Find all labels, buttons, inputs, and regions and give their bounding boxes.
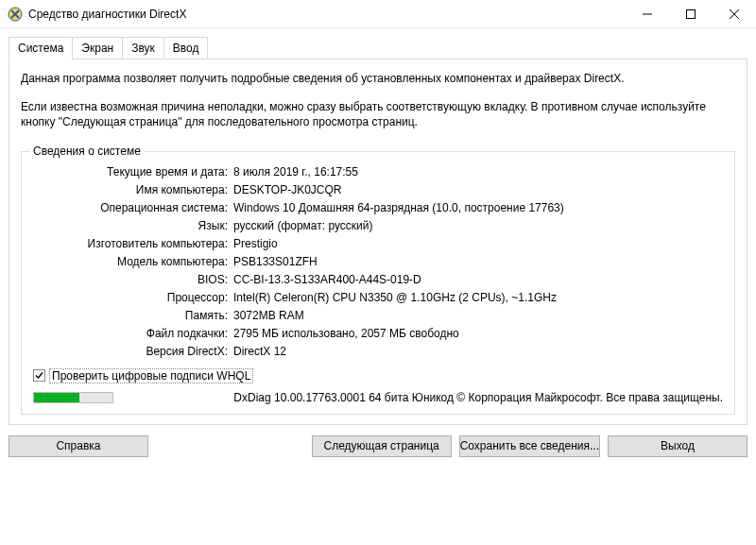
next-page-button[interactable]: Следующая страница (312, 435, 452, 457)
info-label: Изготовитель компьютера: (33, 235, 233, 253)
whql-check-row: Проверить цифровые подписи WHQL (33, 368, 723, 383)
info-row-os: Операционная система: Windows 10 Домашня… (33, 199, 723, 217)
exit-button[interactable]: Выход (608, 435, 747, 457)
info-value: Prestigio (233, 235, 723, 253)
intro-p1: Данная программа позволяет получить подр… (21, 71, 735, 86)
info-value: 3072MB RAM (233, 307, 723, 325)
intro-p2: Если известна возможная причина неполадк… (21, 99, 735, 129)
info-value: DirectX 12 (233, 343, 723, 361)
info-row-model: Модель компьютера: PSB133S01ZFH (33, 253, 723, 271)
tab-input[interactable]: Ввод (163, 37, 209, 60)
info-label: Файл подкачки: (33, 325, 233, 343)
progress-bar (33, 392, 113, 403)
save-all-button[interactable]: Сохранить все сведения... (459, 435, 600, 457)
maximize-button[interactable] (669, 0, 713, 27)
tab-panel-system: Данная программа позволяет получить подр… (9, 59, 747, 425)
whql-label[interactable]: Проверить цифровые подписи WHQL (49, 368, 253, 383)
dxdiag-icon (8, 7, 23, 22)
info-value: PSB133S01ZFH (233, 253, 723, 271)
info-row-processor: Процессор: Intel(R) Celeron(R) CPU N3350… (33, 289, 723, 307)
footer-copyright: DxDiag 10.00.17763.0001 64 бита Юникод ©… (123, 391, 723, 404)
tab-bar: Система Экран Звук Ввод (9, 37, 747, 60)
button-row: Справка Следующая страница Сохранить все… (9, 435, 747, 457)
info-label: Память: (33, 307, 233, 325)
titlebar: Средство диагностики DirectX (0, 0, 756, 28)
info-value: 2795 МБ использовано, 2057 МБ свободно (233, 325, 723, 343)
window-title: Средство диагностики DirectX (28, 8, 626, 21)
intro-text: Данная программа позволяет получить подр… (21, 71, 735, 130)
info-row-manufacturer: Изготовитель компьютера: Prestigio (33, 235, 723, 253)
info-row-bios: BIOS: CC-BI-13.3-S133AR400-A44S-019-D (33, 271, 723, 289)
system-info-legend: Сведения о системе (29, 145, 145, 158)
info-label: Операционная система: (33, 199, 233, 217)
info-label: Язык: (33, 217, 233, 235)
whql-checkbox[interactable] (33, 369, 45, 382)
minimize-button[interactable] (626, 0, 669, 27)
info-row-memory: Память: 3072MB RAM (33, 307, 723, 325)
system-info-group: Сведения о системе Текущие время и дата:… (21, 151, 735, 415)
progress-fill (34, 393, 79, 402)
info-row-datetime: Текущие время и дата: 8 июля 2019 г., 16… (33, 163, 723, 181)
info-row-pagefile: Файл подкачки: 2795 МБ использовано, 205… (33, 325, 723, 343)
tab-system[interactable]: Система (9, 37, 73, 60)
svg-rect-2 (687, 9, 696, 18)
info-label: Модель компьютера: (33, 253, 233, 271)
info-value: Windows 10 Домашняя 64-разрядная (10.0, … (233, 199, 723, 217)
info-row-directx-version: Версия DirectX: DirectX 12 (33, 343, 723, 361)
info-label: Процессор: (33, 289, 233, 307)
info-value: DESKTOP-JK0JCQR (233, 181, 723, 199)
info-value: 8 июля 2019 г., 16:17:55 (233, 163, 723, 181)
help-button[interactable]: Справка (9, 435, 148, 457)
info-label: Имя компьютера: (33, 181, 233, 199)
info-value: CC-BI-13.3-S133AR400-A44S-019-D (233, 271, 723, 289)
tab-screen[interactable]: Экран (72, 37, 123, 60)
info-label: Текущие время и дата: (33, 163, 233, 181)
info-value: Intel(R) Celeron(R) CPU N3350 @ 1.10GHz … (233, 289, 723, 307)
close-button[interactable] (713, 0, 756, 27)
tab-sound[interactable]: Звук (122, 37, 164, 60)
info-row-language: Язык: русский (формат: русский) (33, 217, 723, 235)
info-label: BIOS: (33, 271, 233, 289)
info-label: Версия DirectX: (33, 343, 233, 361)
info-row-computer-name: Имя компьютера: DESKTOP-JK0JCQR (33, 181, 723, 199)
info-value: русский (формат: русский) (233, 217, 723, 235)
